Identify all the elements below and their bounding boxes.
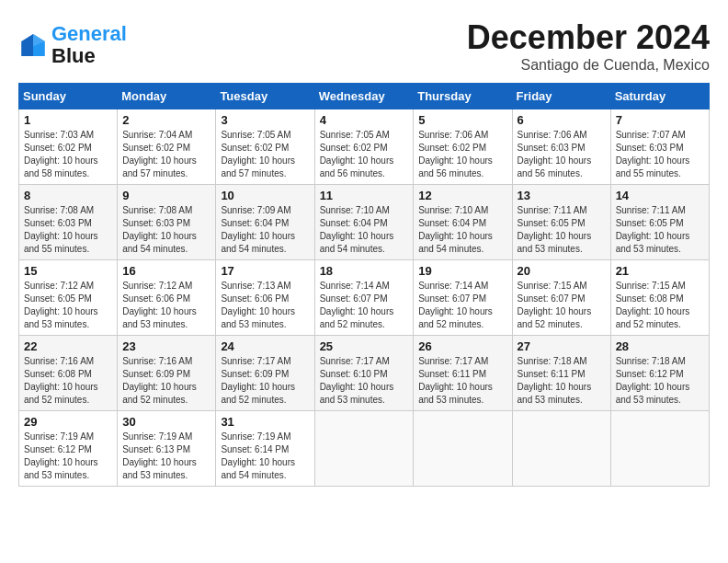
logo-icon bbox=[18, 30, 48, 60]
day-number: 22 bbox=[24, 339, 112, 353]
day-number: 26 bbox=[418, 339, 506, 353]
calendar-cell: 10Sunrise: 7:09 AMSunset: 6:04 PMDayligh… bbox=[216, 185, 314, 260]
calendar-cell: 19Sunrise: 7:14 AMSunset: 6:07 PMDayligh… bbox=[414, 260, 512, 336]
calendar-cell: 21Sunrise: 7:15 AMSunset: 6:08 PMDayligh… bbox=[610, 260, 709, 336]
day-info: Sunrise: 7:17 AMSunset: 6:11 PMDaylight:… bbox=[418, 355, 506, 407]
page-header: General Blue December 2024 Santiago de C… bbox=[18, 18, 710, 74]
calendar-cell: 20Sunrise: 7:15 AMSunset: 6:07 PMDayligh… bbox=[512, 260, 610, 336]
day-number: 13 bbox=[518, 189, 606, 202]
day-info: Sunrise: 7:16 AMSunset: 6:08 PMDaylight:… bbox=[24, 355, 112, 407]
day-info: Sunrise: 7:13 AMSunset: 6:06 PMDaylight:… bbox=[221, 280, 309, 331]
weekday-header: Sunday bbox=[19, 84, 118, 109]
calendar-week-row: 8Sunrise: 7:08 AMSunset: 6:03 PMDaylight… bbox=[19, 185, 710, 260]
logo-text: General Blue bbox=[51, 23, 127, 67]
day-number: 20 bbox=[518, 264, 606, 278]
weekday-header: Monday bbox=[118, 84, 216, 109]
day-info: Sunrise: 7:08 AMSunset: 6:03 PMDaylight:… bbox=[24, 204, 112, 256]
day-number: 21 bbox=[616, 264, 704, 278]
day-info: Sunrise: 7:08 AMSunset: 6:03 PMDaylight:… bbox=[122, 204, 210, 256]
day-number: 3 bbox=[221, 113, 309, 127]
month-title: December 2024 bbox=[467, 18, 710, 57]
weekday-header: Saturday bbox=[610, 84, 709, 109]
day-info: Sunrise: 7:18 AMSunset: 6:12 PMDaylight:… bbox=[616, 355, 704, 407]
svg-marker-1 bbox=[21, 34, 33, 56]
weekday-header: Wednesday bbox=[314, 84, 414, 109]
day-info: Sunrise: 7:06 AMSunset: 6:02 PMDaylight:… bbox=[418, 129, 506, 180]
day-number: 16 bbox=[122, 264, 210, 278]
day-info: Sunrise: 7:18 AMSunset: 6:11 PMDaylight:… bbox=[518, 355, 606, 407]
day-info: Sunrise: 7:03 AMSunset: 6:02 PMDaylight:… bbox=[24, 129, 112, 180]
day-number: 2 bbox=[122, 113, 210, 127]
location: Santiago de Cuenda, Mexico bbox=[467, 57, 710, 74]
calendar-cell: 9Sunrise: 7:08 AMSunset: 6:03 PMDaylight… bbox=[118, 185, 216, 260]
day-number: 29 bbox=[24, 415, 112, 429]
weekday-header: Friday bbox=[512, 84, 610, 109]
day-info: Sunrise: 7:06 AMSunset: 6:03 PMDaylight:… bbox=[518, 129, 606, 180]
day-number: 19 bbox=[418, 264, 506, 278]
day-number: 25 bbox=[320, 339, 409, 353]
day-info: Sunrise: 7:19 AMSunset: 6:12 PMDaylight:… bbox=[24, 431, 112, 482]
calendar-cell bbox=[414, 411, 512, 487]
calendar-cell: 26Sunrise: 7:17 AMSunset: 6:11 PMDayligh… bbox=[414, 336, 512, 411]
calendar-cell: 28Sunrise: 7:18 AMSunset: 6:12 PMDayligh… bbox=[610, 336, 709, 411]
day-number: 8 bbox=[24, 189, 112, 202]
day-number: 12 bbox=[418, 189, 506, 202]
day-info: Sunrise: 7:15 AMSunset: 6:07 PMDaylight:… bbox=[518, 280, 606, 331]
calendar-cell: 15Sunrise: 7:12 AMSunset: 6:05 PMDayligh… bbox=[19, 260, 118, 336]
calendar-cell: 31Sunrise: 7:19 AMSunset: 6:14 PMDayligh… bbox=[216, 411, 314, 487]
day-number: 23 bbox=[122, 339, 210, 353]
day-number: 31 bbox=[221, 415, 309, 429]
day-info: Sunrise: 7:15 AMSunset: 6:08 PMDaylight:… bbox=[616, 280, 704, 331]
logo: General Blue bbox=[18, 23, 127, 67]
calendar-cell: 25Sunrise: 7:17 AMSunset: 6:10 PMDayligh… bbox=[314, 336, 414, 411]
day-number: 5 bbox=[418, 113, 506, 127]
day-number: 9 bbox=[122, 189, 210, 202]
calendar-cell bbox=[610, 411, 709, 487]
day-number: 11 bbox=[320, 189, 409, 202]
day-info: Sunrise: 7:19 AMSunset: 6:13 PMDaylight:… bbox=[122, 431, 210, 482]
day-info: Sunrise: 7:10 AMSunset: 6:04 PMDaylight:… bbox=[320, 204, 409, 256]
calendar-cell: 4Sunrise: 7:05 AMSunset: 6:02 PMDaylight… bbox=[314, 109, 414, 185]
day-number: 30 bbox=[122, 415, 210, 429]
calendar-header-row: SundayMondayTuesdayWednesdayThursdayFrid… bbox=[19, 84, 710, 109]
calendar-table: SundayMondayTuesdayWednesdayThursdayFrid… bbox=[18, 83, 710, 487]
calendar-cell: 29Sunrise: 7:19 AMSunset: 6:12 PMDayligh… bbox=[19, 411, 118, 487]
day-info: Sunrise: 7:11 AMSunset: 6:05 PMDaylight:… bbox=[616, 204, 704, 256]
calendar-cell: 17Sunrise: 7:13 AMSunset: 6:06 PMDayligh… bbox=[216, 260, 314, 336]
calendar-week-row: 1Sunrise: 7:03 AMSunset: 6:02 PMDaylight… bbox=[19, 109, 710, 185]
day-info: Sunrise: 7:12 AMSunset: 6:05 PMDaylight:… bbox=[24, 280, 112, 331]
calendar-cell: 22Sunrise: 7:16 AMSunset: 6:08 PMDayligh… bbox=[19, 336, 118, 411]
day-info: Sunrise: 7:14 AMSunset: 6:07 PMDaylight:… bbox=[320, 280, 409, 331]
calendar-week-row: 22Sunrise: 7:16 AMSunset: 6:08 PMDayligh… bbox=[19, 336, 710, 411]
weekday-header: Thursday bbox=[414, 84, 512, 109]
calendar-cell: 24Sunrise: 7:17 AMSunset: 6:09 PMDayligh… bbox=[216, 336, 314, 411]
day-info: Sunrise: 7:05 AMSunset: 6:02 PMDaylight:… bbox=[320, 129, 409, 180]
day-info: Sunrise: 7:16 AMSunset: 6:09 PMDaylight:… bbox=[122, 355, 210, 407]
day-info: Sunrise: 7:05 AMSunset: 6:02 PMDaylight:… bbox=[221, 129, 309, 180]
title-area: December 2024 Santiago de Cuenda, Mexico bbox=[467, 18, 710, 74]
day-number: 18 bbox=[320, 264, 409, 278]
calendar-cell bbox=[314, 411, 414, 487]
day-info: Sunrise: 7:14 AMSunset: 6:07 PMDaylight:… bbox=[418, 280, 506, 331]
calendar-cell: 13Sunrise: 7:11 AMSunset: 6:05 PMDayligh… bbox=[512, 185, 610, 260]
calendar-cell: 8Sunrise: 7:08 AMSunset: 6:03 PMDaylight… bbox=[19, 185, 118, 260]
calendar-cell: 2Sunrise: 7:04 AMSunset: 6:02 PMDaylight… bbox=[118, 109, 216, 185]
day-number: 10 bbox=[221, 189, 309, 202]
day-number: 28 bbox=[616, 339, 704, 353]
calendar-week-row: 15Sunrise: 7:12 AMSunset: 6:05 PMDayligh… bbox=[19, 260, 710, 336]
day-number: 24 bbox=[221, 339, 309, 353]
calendar-cell: 27Sunrise: 7:18 AMSunset: 6:11 PMDayligh… bbox=[512, 336, 610, 411]
calendar-cell: 16Sunrise: 7:12 AMSunset: 6:06 PMDayligh… bbox=[118, 260, 216, 336]
day-info: Sunrise: 7:17 AMSunset: 6:10 PMDaylight:… bbox=[320, 355, 409, 407]
calendar-cell: 23Sunrise: 7:16 AMSunset: 6:09 PMDayligh… bbox=[118, 336, 216, 411]
calendar-cell: 6Sunrise: 7:06 AMSunset: 6:03 PMDaylight… bbox=[512, 109, 610, 185]
day-number: 14 bbox=[616, 189, 704, 202]
day-info: Sunrise: 7:04 AMSunset: 6:02 PMDaylight:… bbox=[122, 129, 210, 180]
day-number: 17 bbox=[221, 264, 309, 278]
calendar-cell: 18Sunrise: 7:14 AMSunset: 6:07 PMDayligh… bbox=[314, 260, 414, 336]
day-number: 1 bbox=[24, 113, 112, 127]
day-number: 15 bbox=[24, 264, 112, 278]
calendar-cell: 30Sunrise: 7:19 AMSunset: 6:13 PMDayligh… bbox=[118, 411, 216, 487]
calendar-cell bbox=[512, 411, 610, 487]
day-info: Sunrise: 7:12 AMSunset: 6:06 PMDaylight:… bbox=[122, 280, 210, 331]
